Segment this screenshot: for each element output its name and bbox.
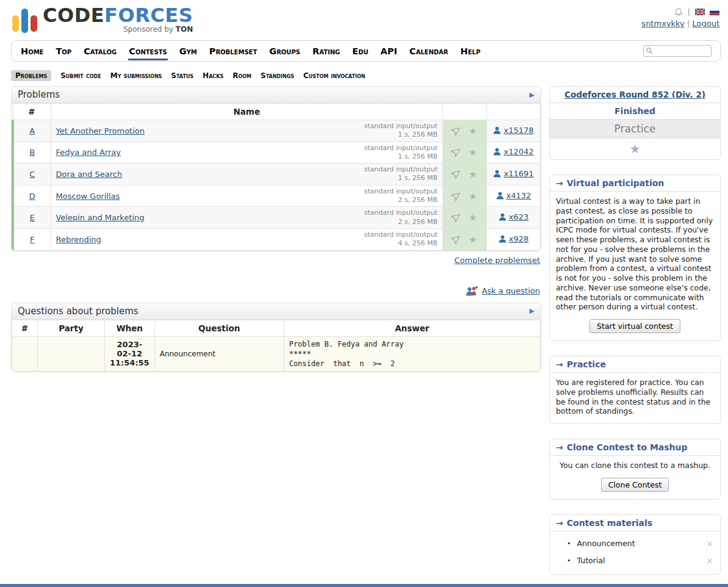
problem-name-link[interactable]: Moscow Gorillas [56,192,120,201]
problems-box: Problems ▶ # Name A [11,86,541,251]
submit-solution-icon[interactable] [450,189,464,204]
problem-name-link[interactable]: Rebrending [56,235,101,244]
problem-letter-link[interactable]: E [30,213,35,222]
problem-name-link[interactable]: Yet Another Promotion [56,126,145,135]
problem-letter-link[interactable]: D [29,192,35,201]
problem-actions-cell: ★ [443,207,487,229]
submit-solution-icon[interactable] [450,145,464,160]
favourite-star-icon[interactable]: ★ [469,125,477,136]
subnav-item-room[interactable]: Room [232,71,251,80]
nav-item-calendar[interactable]: Calendar [409,42,449,60]
subnav-item-my-submissions[interactable]: My submissions [110,71,162,80]
submit-solution-icon[interactable] [450,210,464,225]
bullet-icon: • [567,556,571,564]
favourite-star-icon[interactable]: ★ [469,168,477,179]
nav-item-catalog[interactable]: Catalog [83,42,117,60]
favourite-star-icon[interactable]: ★ [469,212,477,223]
solved-count-link[interactable]: x15178 [493,126,533,135]
separator: | [687,19,690,28]
close-icon[interactable]: × [704,556,715,566]
user-row: sntmxykky | Logout [641,19,719,28]
expand-arrow-icon[interactable]: ▶ [530,307,535,315]
solved-count-link[interactable]: x12042 [493,147,533,156]
logo-bar-yellow [12,15,19,32]
username-link[interactable]: sntmxykky [641,19,684,28]
start-virtual-contest-button[interactable]: Start virtual contest [589,319,680,333]
nav-item-api[interactable]: API [380,42,398,60]
submit-solution-icon[interactable] [450,123,464,139]
nav-item-top[interactable]: Top [55,42,72,60]
subnav-item-hacks[interactable]: Hacks [203,71,223,80]
expand-arrow-icon[interactable]: ▶ [530,91,535,99]
subnav-item-status[interactable]: Status [171,71,193,80]
problem-row-f: F Rebrending standard input/output 4 s, … [13,228,541,250]
nav-item-groups[interactable]: Groups [268,42,301,60]
solved-count-link[interactable]: x623 [499,212,529,221]
submit-solution-icon[interactable] [450,232,464,247]
contest-title-link[interactable]: Codeforces Round 852 (Div. 2) [564,90,705,99]
subnav-item-standings[interactable]: Standings [261,71,294,80]
questions-header-row: # Party When Question Answer [12,320,541,336]
complete-problemset-row: Complete problemset [12,256,540,265]
clone-contest-title[interactable]: Clone Contest to Mashup [567,442,688,452]
problem-row-e: E Velepin and Marketing standard input/o… [13,207,541,229]
contest-materials-title[interactable]: Contest materials [567,518,652,528]
language-row: | [674,7,719,16]
solved-count-link[interactable]: x11691 [493,169,533,178]
questions-box: Questions about problems ▶ # Party When … [11,303,541,373]
complete-problemset-link[interactable]: Complete problemset [455,256,540,265]
practice-title[interactable]: Practice [567,359,606,369]
nav-item-help[interactable]: Help [460,42,481,60]
person-icon [493,170,501,178]
col-header-solved [487,104,541,120]
submit-solution-icon[interactable] [450,167,464,182]
english-flag-icon[interactable] [695,9,705,15]
problem-actions-cell: ★ [443,164,487,185]
solved-count-link[interactable]: x928 [499,234,529,243]
nav-item-rating[interactable]: Rating [312,42,341,60]
col-header-actions [443,104,487,120]
person-icon [493,126,501,134]
russian-flag-icon[interactable] [710,9,719,15]
problem-name-link[interactable]: Velepin and Marketing [56,213,145,222]
problem-letter-link[interactable]: B [29,148,35,157]
problem-name-link[interactable]: Dora and Search [56,170,123,179]
notifications-bell-icon[interactable] [674,7,683,16]
subnav-item-custom-invocation[interactable]: Custom invocation [303,71,365,80]
nav-item-edu[interactable]: Edu [351,42,369,60]
nav-item-home[interactable]: Home [20,42,44,60]
arrow-right-icon: → [556,442,563,452]
contest-materials-box: →Contest materials • Announcement × • Tu… [549,514,721,575]
problem-letter-link[interactable]: A [29,126,35,135]
favourite-star-icon[interactable]: ★ [469,234,477,245]
nav-item-problemset[interactable]: Problemset [209,42,258,60]
virtual-participation-box: →Virtual participation Virtual contest i… [549,175,721,341]
problems-table: # Name A Yet Another Promotion [12,103,541,251]
favourite-star-icon[interactable]: ★ [469,190,477,201]
subnav-item-problems[interactable]: Problems [11,70,51,81]
nav-item-gym[interactable]: Gym [179,42,198,60]
clone-contest-button[interactable]: Clone Contest [601,478,669,492]
col-header-name: Name [51,104,443,120]
problem-letter-link[interactable]: F [30,235,34,244]
favourite-star-icon[interactable]: ★ [469,147,477,158]
material-item-tutorial: • Tutorial × [567,552,715,569]
main-content: Problems ▶ # Name A [11,86,541,372]
material-tutorial-link[interactable]: Tutorial [577,556,605,565]
nav-item-contests[interactable]: Contests [128,42,167,60]
question-row: 2023-02-12 11:54:55 Announcement Problem… [12,336,541,372]
problems-caption: Problems [18,89,60,100]
codeforces-logo[interactable]: CODEFORCES Sponsored by TON [11,5,193,37]
subnav-item-submit-code[interactable]: Submit code [60,71,101,80]
material-announcement-link[interactable]: Announcement [577,539,635,548]
close-icon[interactable]: × [704,539,715,549]
col-header-index: # [13,104,51,120]
logout-link[interactable]: Logout [692,19,719,28]
problem-name-link[interactable]: Fedya and Array [56,148,121,157]
solved-count-link[interactable]: x4132 [496,191,532,200]
favourite-contest-star-icon[interactable]: ★ [630,142,641,156]
ask-question-link[interactable]: Ask a question [481,286,540,295]
virtual-participation-title[interactable]: Virtual participation [567,178,665,188]
search-input[interactable] [643,45,712,57]
problem-letter-link[interactable]: C [29,170,35,179]
